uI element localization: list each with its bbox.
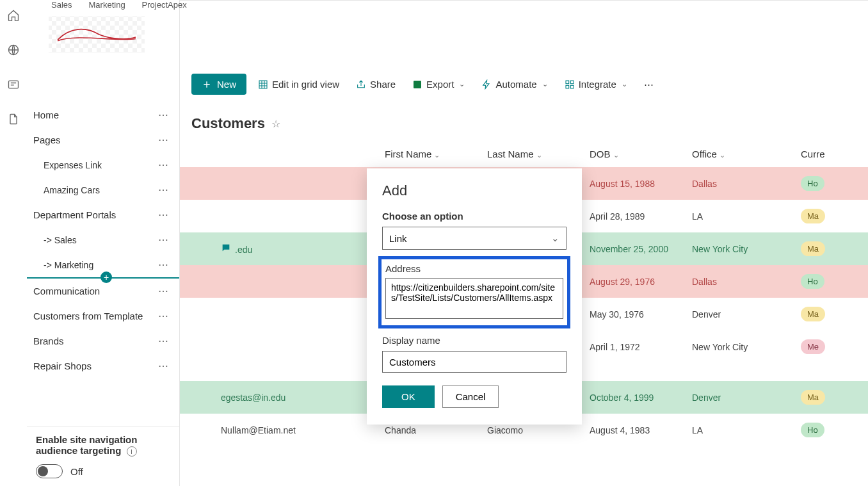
nav-label: -> Sales: [44, 235, 77, 245]
nav-label: Pages: [33, 134, 61, 145]
overflow-button[interactable]: ⋯: [639, 75, 659, 94]
nav-label: Brands: [33, 336, 64, 346]
status-badge: Ma: [801, 390, 825, 405]
cell-status: Ma: [794, 200, 868, 232]
cell-dob: April 1, 1972: [583, 330, 686, 363]
cell-dob: August 4, 1983: [583, 414, 686, 446]
add-link-dialog: Add Choose an option Link⌄ Address Displ…: [367, 168, 582, 425]
hub-tab-marketing[interactable]: Marketing: [89, 0, 125, 12]
export-button[interactable]: Export⌄: [407, 75, 470, 93]
site-logo[interactable]: [49, 16, 145, 53]
status-badge: Ma: [801, 307, 825, 321]
cell-email: [180, 265, 378, 298]
more-icon[interactable]: ⋯: [158, 285, 169, 297]
plus-icon[interactable]: +: [100, 271, 112, 283]
column-status[interactable]: Curre: [794, 141, 868, 167]
more-icon[interactable]: ⋯: [158, 310, 169, 322]
cell-email: [180, 167, 378, 200]
svg-rect-3: [414, 81, 421, 88]
nav-expenses-link[interactable]: Expenses Link⋯: [27, 152, 179, 177]
more-icon[interactable]: ⋯: [158, 259, 169, 271]
status-badge: Ma: [801, 209, 825, 223]
column-email[interactable]: [180, 141, 378, 167]
column-dob[interactable]: DOB⌄: [583, 141, 686, 167]
cell-office: New York City: [686, 330, 794, 363]
column-office[interactable]: Office⌄: [686, 141, 794, 167]
address-field-highlight: Address: [378, 256, 570, 328]
cell-email: egestas@in.edu: [180, 381, 378, 414]
cell-office: Dallas: [686, 265, 794, 298]
chevron-down-icon: ⌄: [622, 80, 627, 88]
cell-status: Ma: [794, 381, 868, 414]
hub-tab-projectapex[interactable]: ProjectApex: [142, 0, 187, 12]
cell-office: [686, 363, 794, 381]
chevron-down-icon: ⌄: [542, 80, 548, 88]
cell-dob: October 4, 1999: [583, 381, 686, 414]
favorite-star-icon[interactable]: ☆: [271, 118, 280, 130]
news-icon[interactable]: [7, 78, 20, 91]
edit-grid-button[interactable]: Edit in grid view: [253, 75, 344, 93]
cancel-button[interactable]: Cancel: [442, 385, 499, 408]
cell-status: Ma: [794, 232, 868, 265]
site-navigation: Home⋯ Pages⋯ Expenses Link⋯ Amazing Cars…: [27, 0, 180, 486]
cell-email: [180, 200, 378, 232]
chevron-down-icon: ⌄: [551, 232, 559, 244]
nav-repair-shops[interactable]: Repair Shops⋯: [27, 353, 179, 378]
option-label: Choose an option: [382, 211, 567, 222]
cell-email: Nullam@Etiam.net: [180, 414, 378, 446]
more-icon[interactable]: ⋯: [158, 109, 169, 121]
option-select[interactable]: Link⌄: [382, 227, 567, 250]
column-firstname[interactable]: First Name⌄: [378, 141, 481, 167]
svg-rect-4: [566, 81, 569, 84]
nav-home[interactable]: Home⋯: [27, 102, 179, 127]
audience-toggle[interactable]: [36, 464, 63, 478]
more-icon[interactable]: ⋯: [158, 159, 169, 171]
svg-rect-6: [566, 85, 569, 88]
svg-rect-5: [570, 81, 574, 84]
more-icon[interactable]: ⋯: [158, 184, 169, 196]
app-rail: [0, 0, 27, 486]
globe-icon[interactable]: [7, 44, 20, 56]
address-input[interactable]: [385, 278, 563, 319]
cell-status: Ho: [794, 414, 868, 446]
nav-brands[interactable]: Brands⋯: [27, 328, 179, 353]
share-button[interactable]: Share: [351, 75, 401, 93]
integrate-button[interactable]: Integrate⌄: [559, 75, 632, 93]
cell-dob: April 28, 1989: [583, 200, 686, 232]
nav-sales[interactable]: -> Sales⋯: [27, 227, 179, 252]
file-icon[interactable]: [7, 113, 20, 126]
svg-rect-2: [259, 81, 267, 88]
column-lastname[interactable]: Last Name⌄: [481, 141, 583, 167]
command-bar: New Edit in grid view Share Export⌄ Auto…: [180, 65, 868, 104]
hub-header: Sales Marketing ProjectApex: [38, 0, 187, 64]
info-icon[interactable]: i: [127, 446, 137, 457]
nav-amazing-cars[interactable]: Amazing Cars⋯: [27, 177, 179, 202]
nav-label: Department Portals: [33, 209, 116, 220]
cell-email: [180, 363, 378, 381]
new-button[interactable]: New: [191, 74, 246, 95]
ok-button[interactable]: OK: [382, 385, 435, 408]
automate-button[interactable]: Automate⌄: [476, 75, 552, 93]
cell-status: Ma: [794, 298, 868, 330]
more-icon[interactable]: ⋯: [158, 234, 169, 246]
more-icon[interactable]: ⋯: [158, 335, 169, 347]
cell-office: Denver: [686, 298, 794, 330]
cell-dob: November 25, 2000: [583, 232, 686, 265]
audience-targeting-panel: Enable site navigation audience targetin…: [27, 426, 179, 486]
more-icon[interactable]: ⋯: [158, 209, 169, 221]
more-icon[interactable]: ⋯: [158, 134, 169, 146]
nav-department-portals[interactable]: Department Portals⋯: [27, 202, 179, 227]
hub-tab-sales[interactable]: Sales: [51, 0, 72, 12]
nav-pages[interactable]: Pages⋯: [27, 127, 179, 152]
cell-dob: [583, 363, 686, 381]
cell-email: [180, 330, 378, 363]
nav-customers-template[interactable]: Customers from Template⋯: [27, 304, 179, 328]
nav-insert-bar[interactable]: +: [27, 277, 179, 279]
cell-status: Ho: [794, 167, 868, 200]
cell-dob: August 15, 1988: [583, 167, 686, 200]
home-icon[interactable]: [7, 9, 20, 22]
more-icon[interactable]: ⋯: [158, 360, 169, 372]
cell-email: [180, 298, 378, 330]
displayname-input[interactable]: [382, 351, 567, 373]
address-label: Address: [385, 263, 563, 274]
